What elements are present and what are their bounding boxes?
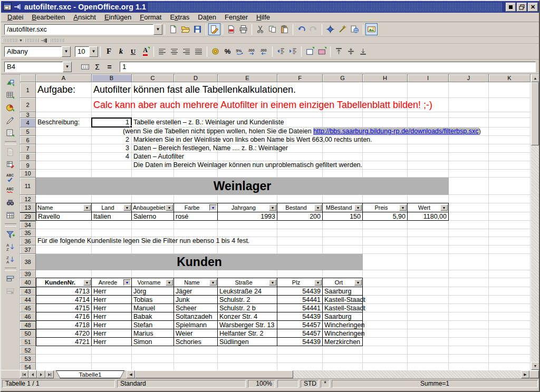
- cell-B48[interactable]: Herr: [92, 321, 132, 329]
- cell-K37[interactable]: [489, 246, 531, 254]
- remove-decimal-icon[interactable]: .000: [258, 45, 270, 57]
- row-header-40[interactable]: 40: [20, 278, 36, 287]
- cell-C3[interactable]: [132, 112, 174, 118]
- cell-C8[interactable]: Daten – Autofilter: [132, 153, 186, 161]
- pin-toolbar-icon[interactable]: [41, 38, 48, 43]
- cell-G37[interactable]: [323, 246, 363, 254]
- sum-icon[interactable]: Σ: [91, 61, 103, 73]
- autofilter-dropdown-icon[interactable]: ▼: [83, 204, 91, 211]
- row-header-6[interactable]: 6: [20, 136, 36, 144]
- cell-D51[interactable]: Schories: [174, 338, 218, 346]
- cell-B12[interactable]: [92, 195, 132, 203]
- autofilter-dropdown-icon[interactable]: ▼: [166, 279, 173, 286]
- cell-D46[interactable]: Soltanzadeh: [174, 312, 218, 321]
- menu-extras[interactable]: Extras: [166, 13, 194, 22]
- cell-J45[interactable]: [449, 304, 489, 312]
- cell-K39[interactable]: [489, 270, 531, 278]
- vertical-scrollbar[interactable]: ▲ ▼: [531, 74, 539, 370]
- filter-header-vorname[interactable]: Vorname▼: [131, 278, 174, 287]
- cell-J29[interactable]: [449, 212, 489, 221]
- cell-C44[interactable]: Tobias: [132, 296, 174, 304]
- cell-K53[interactable]: [489, 355, 531, 363]
- cell-A7[interactable]: [36, 144, 92, 153]
- cell-J39[interactable]: [449, 270, 489, 278]
- cell-B8[interactable]: 4: [92, 153, 131, 161]
- cell-A46[interactable]: 4716: [36, 312, 92, 321]
- cell-G29[interactable]: 150: [323, 212, 363, 221]
- row-header-34[interactable]: 34: [20, 221, 36, 229]
- cell-K1[interactable]: [489, 82, 531, 98]
- cell-K43[interactable]: [489, 287, 531, 296]
- menu-hilfe[interactable]: Hilfe: [252, 13, 274, 22]
- close-button[interactable]: ✕: [528, 3, 538, 12]
- filter-header-anrede[interactable]: Anrede▼: [91, 278, 132, 287]
- cell-D3[interactable]: [174, 112, 218, 118]
- row-header-7[interactable]: 7: [20, 144, 36, 153]
- cell-A34[interactable]: [36, 221, 92, 229]
- cell-J44[interactable]: [449, 296, 489, 304]
- row-header-50[interactable]: 50: [20, 329, 36, 338]
- row-header-43[interactable]: 43: [20, 287, 36, 296]
- cell-C48[interactable]: Stefan: [132, 321, 174, 329]
- menu-daten[interactable]: Daten: [194, 13, 220, 22]
- cell-A12[interactable]: [36, 195, 92, 203]
- cell-B7[interactable]: 3: [92, 145, 131, 152]
- row-header-39[interactable]: 39: [20, 270, 36, 278]
- cell-H29[interactable]: 5,90: [363, 212, 408, 221]
- autofilter-icon[interactable]: [4, 228, 17, 240]
- cell-B52[interactable]: [92, 346, 132, 355]
- navigator-icon[interactable]: [324, 23, 336, 35]
- cell-I53[interactable]: [408, 355, 449, 363]
- cell-D39[interactable]: [174, 270, 218, 278]
- cell-B43[interactable]: Herr: [92, 287, 132, 296]
- print-icon[interactable]: [237, 23, 249, 35]
- autofilter-dropdown-icon[interactable]: ▼: [314, 204, 322, 211]
- cell-K4[interactable]: [489, 118, 531, 128]
- cell-B6[interactable]: 2: [92, 136, 131, 144]
- cell-J1[interactable]: [449, 82, 489, 98]
- cell-E29[interactable]: 1993: [218, 212, 277, 221]
- cell-K34[interactable]: [489, 221, 531, 229]
- cell-B37[interactable]: [92, 246, 132, 254]
- cell-B46[interactable]: Herr: [92, 312, 132, 321]
- cell-J6[interactable]: [449, 136, 489, 144]
- cell-C50[interactable]: Marius: [132, 329, 174, 338]
- cell-J51[interactable]: [449, 338, 489, 346]
- insert-cells-icon[interactable]: [4, 89, 17, 101]
- cell-I1[interactable]: [408, 82, 449, 98]
- cell-I39[interactable]: [408, 270, 449, 278]
- cell-G10[interactable]: [323, 170, 363, 178]
- sort-descending-icon[interactable]: ZA: [4, 253, 17, 266]
- column-header-I[interactable]: I: [408, 74, 449, 82]
- cell-J48[interactable]: [449, 321, 489, 329]
- filter-header-land[interactable]: Land▼: [91, 203, 132, 212]
- cell-F54[interactable]: [277, 363, 323, 370]
- save-icon[interactable]: [191, 23, 204, 35]
- draw-functions-icon[interactable]: [4, 114, 17, 126]
- autofilter-dropdown-icon[interactable]: ▼: [354, 279, 362, 286]
- cell-H46[interactable]: [363, 312, 408, 321]
- cell-J3[interactable]: [449, 112, 489, 118]
- cell-I7[interactable]: [408, 144, 449, 153]
- autofilter-dropdown-icon[interactable]: ▼: [399, 204, 407, 211]
- row-header-52[interactable]: 52: [20, 346, 36, 355]
- filter-header-ort[interactable]: Ort▼: [322, 278, 363, 287]
- column-header-J[interactable]: J: [449, 74, 489, 82]
- align-center-icon[interactable]: [168, 45, 180, 57]
- cell-K6[interactable]: [489, 136, 531, 144]
- cell-J46[interactable]: [449, 312, 489, 321]
- add-decimal-icon[interactable]: .000: [246, 45, 258, 57]
- cell-K45[interactable]: [489, 304, 531, 312]
- minimize-button[interactable]: [506, 3, 516, 12]
- cell-D10[interactable]: [174, 170, 218, 178]
- autofilter-dropdown-icon[interactable]: ▼: [314, 279, 322, 286]
- cell-K50[interactable]: [489, 329, 531, 338]
- cell-B45[interactable]: Herr: [92, 304, 132, 312]
- paste-icon[interactable]: [278, 23, 291, 35]
- align-left-icon[interactable]: [156, 45, 168, 57]
- cell-F29[interactable]: 200: [277, 212, 323, 221]
- cell-A50[interactable]: 4720: [36, 329, 92, 338]
- autofilter-dropdown-icon[interactable]: ▼: [123, 204, 131, 211]
- row-header-13[interactable]: 13: [20, 203, 36, 212]
- font-size-field[interactable]: 10: [75, 46, 89, 57]
